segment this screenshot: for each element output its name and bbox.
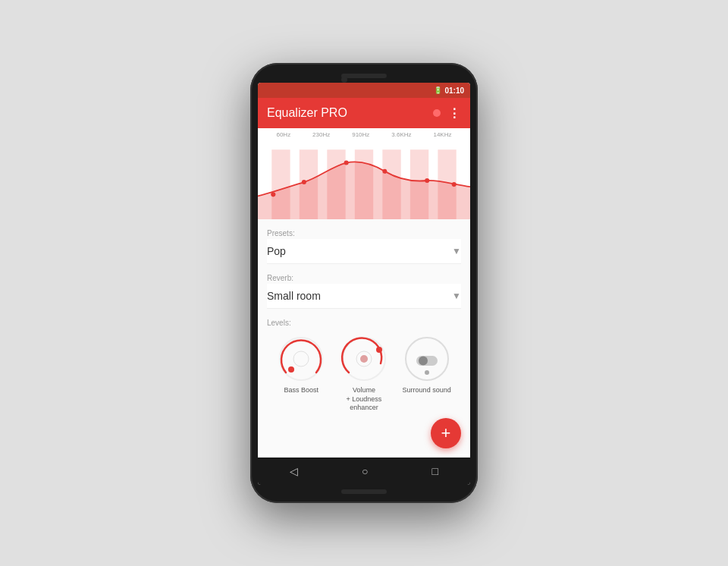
- surround-svg: [403, 335, 451, 383]
- overflow-menu-icon[interactable]: ⋮: [448, 106, 461, 121]
- svg-point-23: [425, 370, 429, 375]
- app-bar: Equalizer PRO ⋮: [258, 98, 470, 128]
- levels-section: Levels: Bass Bo: [267, 315, 461, 413]
- reverb-label: Reverb:: [267, 270, 461, 284]
- app-bar-actions: ⋮: [433, 106, 461, 121]
- presets-label: Presets:: [267, 225, 461, 239]
- reverb-arrow: ▼: [452, 291, 461, 301]
- svg-point-7: [271, 192, 275, 197]
- frequency-labels: 60Hz 230Hz 910Hz 3.6KHz 14KHz: [258, 128, 470, 138]
- bass-boost-knob[interactable]: Bass Boost: [274, 335, 328, 395]
- freq-14khz: 14KHz: [433, 131, 451, 138]
- back-nav-icon[interactable]: ◁: [290, 465, 298, 477]
- equalizer-chart[interactable]: 60Hz 230Hz 910Hz 3.6KHz 14KHz: [258, 128, 470, 219]
- freq-60hz: 60Hz: [276, 131, 290, 138]
- surround-sound-label: Surround sound: [403, 386, 451, 395]
- reverb-value: Small room: [267, 290, 321, 302]
- freq-230hz: 230Hz: [312, 131, 330, 138]
- svg-point-14: [293, 351, 309, 366]
- camera: [341, 77, 347, 83]
- speaker-top: [341, 74, 387, 78]
- presets-dropdown[interactable]: Pop ▼: [267, 239, 461, 264]
- phone-screen: 🔋 01:10 Equalizer PRO ⋮ 60Hz 230Hz 910Hz…: [258, 83, 470, 485]
- battery-icon: 🔋: [434, 86, 442, 94]
- svg-point-10: [382, 169, 387, 174]
- reverb-section-label: Reverb:: [267, 274, 293, 282]
- svg-point-8: [302, 180, 306, 184]
- add-fab-button[interactable]: +: [431, 418, 461, 448]
- bass-boost-svg: [277, 335, 325, 383]
- freq-36khz: 3.6KHz: [391, 131, 411, 138]
- svg-point-9: [344, 160, 349, 165]
- fab-container: +: [258, 421, 470, 454]
- presets-arrow: ▼: [452, 246, 461, 256]
- svg-point-11: [425, 178, 429, 183]
- speaker-bottom: [341, 489, 387, 494]
- volume-loudness-knob[interactable]: Volume+ Loudness enhancer: [337, 335, 391, 413]
- recent-nav-icon[interactable]: □: [432, 465, 438, 477]
- presets-section-label: Presets:: [267, 229, 295, 237]
- nav-bar: ◁ ○ □: [258, 458, 470, 485]
- record-button[interactable]: [433, 109, 441, 117]
- phone-device: 🔋 01:10 Equalizer PRO ⋮ 60Hz 230Hz 910Hz…: [250, 63, 478, 503]
- bass-boost-label: Bass Boost: [284, 386, 319, 395]
- volume-svg: [340, 335, 388, 383]
- surround-sound-knob[interactable]: Surround sound: [400, 335, 454, 395]
- svg-point-17: [376, 347, 382, 353]
- svg-point-12: [452, 182, 457, 187]
- svg-point-22: [419, 357, 428, 366]
- eq-svg-container: [258, 142, 470, 219]
- svg-point-15: [288, 366, 294, 373]
- svg-point-13: [280, 338, 322, 380]
- knobs-container: Bass Boost: [267, 335, 461, 413]
- svg-point-19: [360, 355, 368, 363]
- freq-910hz: 910Hz: [352, 131, 369, 138]
- presets-value: Pop: [267, 245, 286, 257]
- levels-section-label: Levels:: [267, 319, 291, 327]
- volume-loudness-label: Volume+ Loudness enhancer: [337, 386, 391, 413]
- app-title: Equalizer PRO: [267, 106, 347, 120]
- content-area: Presets: Pop ▼ Reverb: Small room ▼ Leve…: [258, 219, 470, 421]
- reverb-dropdown[interactable]: Small room ▼: [267, 284, 461, 309]
- status-time: 01:10: [444, 86, 464, 95]
- status-bar: 🔋 01:10: [258, 83, 470, 98]
- home-nav-icon[interactable]: ○: [362, 465, 368, 477]
